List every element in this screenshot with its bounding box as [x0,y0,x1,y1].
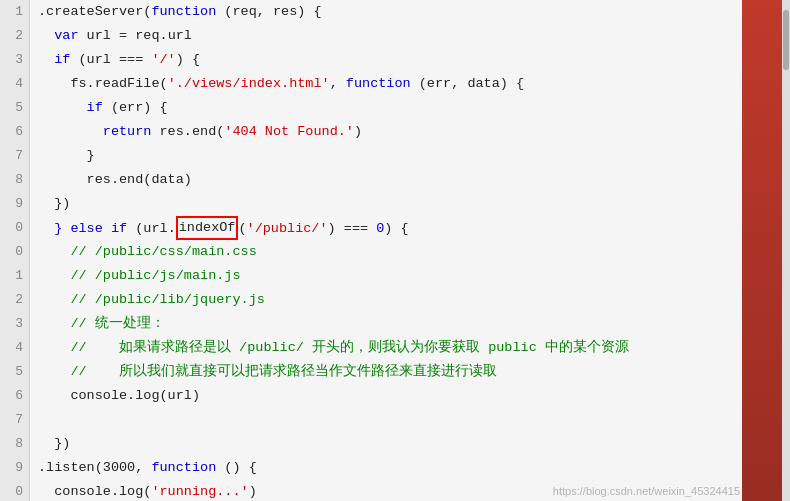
code-line-2: var url = req.url [30,24,742,48]
line-num-11: 0 [0,240,29,264]
code-line-4: fs.readFile('./views/index.html', functi… [30,72,742,96]
code-line-8: res.end(data) [30,168,742,192]
line-num-2: 2 [0,24,29,48]
line-num-20: 9 [0,456,29,480]
line-num-1: 1 [0,0,29,24]
line-num-9: 9 [0,192,29,216]
line-num-13: 2 [0,288,29,312]
code-line-5: if (err) { [30,96,742,120]
code-line-19: }) [30,432,742,456]
line-num-8: 8 [0,168,29,192]
code-line-11: // /public/css/main.css [30,240,742,264]
code-line-14: // 统一处理： [30,312,742,336]
line-num-10: 0 [0,216,29,240]
line-num-4: 4 [0,72,29,96]
code-line-21: console.log('running...') [30,480,742,501]
vertical-scrollbar[interactable] [782,0,790,501]
minimap[interactable] [742,0,782,501]
code-line-20: .listen(3000, function () { [30,456,742,480]
scrollbar-thumb[interactable] [783,10,789,70]
minimap-content [742,0,782,501]
code-line-17: console.log(url) [30,384,742,408]
code-line-6: return res.end('404 Not Found.') [30,120,742,144]
editor-container: 1 2 3 4 5 6 7 8 9 0 0 1 2 3 4 5 6 7 8 9 … [0,0,790,501]
code-area[interactable]: .createServer(function (req, res) { var … [30,0,742,501]
line-num-19: 8 [0,432,29,456]
line-numbers: 1 2 3 4 5 6 7 8 9 0 0 1 2 3 4 5 6 7 8 9 … [0,0,30,501]
line-num-12: 1 [0,264,29,288]
line-num-15: 4 [0,336,29,360]
code-line-16: // 所以我们就直接可以把请求路径当作文件路径来直接进行读取 [30,360,742,384]
line-num-21: 0 [0,480,29,501]
line-num-7: 7 [0,144,29,168]
code-line-3: if (url === '/') { [30,48,742,72]
line-num-18: 7 [0,408,29,432]
line-num-17: 6 [0,384,29,408]
code-line-10: } else if (url.indexOf('/public/') === 0… [30,216,742,240]
code-line-1: .createServer(function (req, res) { [30,0,742,24]
code-line-18 [30,408,742,432]
code-line-12: // /public/js/main.js [30,264,742,288]
code-line-13: // /public/lib/jquery.js [30,288,742,312]
line-num-5: 5 [0,96,29,120]
code-line-15: // 如果请求路径是以 /public/ 开头的，则我认为你要获取 public… [30,336,742,360]
line-num-16: 5 [0,360,29,384]
line-num-3: 3 [0,48,29,72]
code-line-9: }) [30,192,742,216]
line-num-14: 3 [0,312,29,336]
code-line-7: } [30,144,742,168]
line-num-6: 6 [0,120,29,144]
